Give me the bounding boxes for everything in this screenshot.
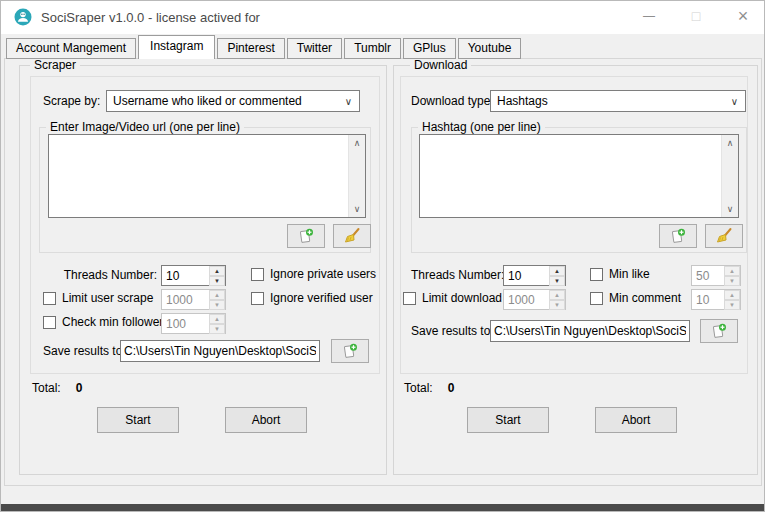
checkbox-box[interactable] xyxy=(251,292,264,305)
tab-instagram[interactable]: Instagram xyxy=(138,35,215,59)
spinner-up-icon[interactable]: ▲ xyxy=(549,266,565,276)
tab-tumblr[interactable]: Tumblr xyxy=(344,38,401,59)
image-video-url-textarea[interactable] xyxy=(49,135,348,217)
save-results-label: Save results to: xyxy=(43,344,126,358)
checkbox-box[interactable] xyxy=(43,292,56,305)
clear-urls-button[interactable] xyxy=(333,224,371,248)
total-label: Total: xyxy=(32,381,61,395)
total-value: 0 xyxy=(448,381,455,395)
tab-twitter[interactable]: Twitter xyxy=(287,38,342,59)
scraper-group-label: Scraper xyxy=(30,58,80,72)
scroll-up-icon[interactable]: ∧ xyxy=(722,138,738,148)
total-label: Total: xyxy=(404,381,433,395)
download-groupbox: Download Download type: Hashtags ∨ Hasht… xyxy=(393,65,758,475)
scroll-down-icon[interactable]: ∨ xyxy=(722,204,738,214)
browse-save-path-button[interactable] xyxy=(331,339,369,363)
limit-download-input[interactable] xyxy=(504,290,549,309)
checkbox-label: Limit download xyxy=(422,291,502,305)
threads-number-spinner[interactable]: ▲ ▼ xyxy=(161,265,226,286)
download-inner-panel: Download type: Hashtags ∨ Hashtag (one p… xyxy=(400,76,748,374)
checkbox-box[interactable] xyxy=(403,292,416,305)
download-abort-button[interactable]: Abort xyxy=(595,407,677,433)
clear-hashtags-button[interactable] xyxy=(705,224,743,248)
limit-user-scrape-spinner[interactable]: ▲ ▼ xyxy=(161,289,226,310)
spinner-up-icon[interactable]: ▲ xyxy=(724,290,740,300)
download-start-button[interactable]: Start xyxy=(467,407,549,433)
limit-download-checkbox[interactable]: Limit download xyxy=(403,291,502,305)
hashtag-groupbox: Hashtag (one per line) ∧ ∨ xyxy=(411,127,747,253)
save-path-input[interactable] xyxy=(120,340,320,362)
scrape-by-label: Scrape by: xyxy=(43,94,100,108)
tab-youtube[interactable]: Youtube xyxy=(458,38,522,59)
checkbox-box[interactable] xyxy=(590,292,603,305)
min-comment-checkbox[interactable]: Min comment xyxy=(590,291,681,305)
min-comment-input[interactable] xyxy=(692,290,724,309)
min-like-checkbox[interactable]: Min like xyxy=(590,267,650,281)
note-add-icon xyxy=(297,227,315,245)
tab-account-mangement[interactable]: Account Mangement xyxy=(6,38,136,59)
spinner-up-icon[interactable]: ▲ xyxy=(724,266,740,276)
spinner-down-icon[interactable]: ▼ xyxy=(209,324,225,334)
note-add-icon xyxy=(710,322,728,340)
checkbox-label: Check min followers xyxy=(62,315,169,329)
window-title: SociSraper v1.0.0 - license actived for xyxy=(41,1,260,34)
limit-user-scrape-input[interactable] xyxy=(162,290,209,309)
download-type-dropdown[interactable]: Hashtags ∨ xyxy=(490,90,746,112)
min-like-input[interactable] xyxy=(692,266,724,285)
min-like-spinner[interactable]: ▲ ▼ xyxy=(691,265,741,286)
spinner-up-icon[interactable]: ▲ xyxy=(549,290,565,300)
spinner-up-icon[interactable]: ▲ xyxy=(209,266,225,276)
min-followers-input[interactable] xyxy=(162,314,209,333)
ignore-verified-user-checkbox[interactable]: Ignore verified user xyxy=(251,291,373,305)
app-window: SociSraper v1.0.0 - license actived for … xyxy=(0,0,765,512)
scraper-groupbox: Scraper Scrape by: Username who liked or… xyxy=(19,65,387,475)
download-threads-input[interactable] xyxy=(504,266,549,285)
save-results-label: Save results to: xyxy=(411,324,494,338)
scrape-by-dropdown[interactable]: Username who liked or commented ∨ xyxy=(106,90,360,112)
checkbox-box[interactable] xyxy=(43,316,56,329)
tab-strip: Account Mangement Instagram Pinterest Tw… xyxy=(6,35,523,59)
checkbox-box[interactable] xyxy=(590,268,603,281)
tab-gplus[interactable]: GPlus xyxy=(403,38,456,59)
spinner-down-icon[interactable]: ▼ xyxy=(209,300,225,310)
download-total: Total: 0 xyxy=(404,381,454,395)
min-comment-spinner[interactable]: ▲ ▼ xyxy=(691,289,741,310)
scroll-up-icon[interactable]: ∧ xyxy=(349,138,365,148)
ignore-private-users-checkbox[interactable]: Ignore private users xyxy=(251,267,376,281)
add-hashtags-button[interactable] xyxy=(659,224,697,248)
download-threads-spinner[interactable]: ▲ ▼ xyxy=(503,265,566,286)
url-vertical-scrollbar[interactable]: ∧ ∨ xyxy=(348,135,365,217)
spinner-up-icon[interactable]: ▲ xyxy=(209,314,225,324)
spinner-down-icon[interactable]: ▼ xyxy=(549,300,565,310)
hashtag-group-label: Hashtag (one per line) xyxy=(418,120,545,134)
limit-download-spinner[interactable]: ▲ ▼ xyxy=(503,289,566,310)
spinner-up-icon[interactable]: ▲ xyxy=(209,290,225,300)
spinner-down-icon[interactable]: ▼ xyxy=(724,300,740,310)
scraper-start-button[interactable]: Start xyxy=(97,407,179,433)
close-button[interactable]: × xyxy=(722,1,764,33)
tab-pinterest[interactable]: Pinterest xyxy=(217,38,284,59)
add-urls-button[interactable] xyxy=(287,224,325,248)
maximize-button[interactable]: □ xyxy=(675,1,717,33)
hashtag-vertical-scrollbar[interactable]: ∧ ∨ xyxy=(721,135,738,217)
hashtag-textarea[interactable] xyxy=(420,135,721,217)
threads-number-input[interactable] xyxy=(162,266,209,285)
scraper-abort-button[interactable]: Abort xyxy=(225,407,307,433)
download-type-selected-value: Hashtags xyxy=(497,94,548,108)
scraper-total: Total: 0 xyxy=(32,381,82,395)
title-bar[interactable]: SociSraper v1.0.0 - license actived for … xyxy=(1,1,764,34)
checkbox-box[interactable] xyxy=(251,268,264,281)
broom-icon xyxy=(715,227,733,245)
download-browse-save-path-button[interactable] xyxy=(700,319,738,343)
scroll-down-icon[interactable]: ∨ xyxy=(349,204,365,214)
download-save-path-input[interactable] xyxy=(490,320,690,342)
checkbox-label: Ignore private users xyxy=(270,267,376,281)
limit-user-scrape-checkbox[interactable]: Limit user scrape xyxy=(43,291,153,305)
spinner-down-icon[interactable]: ▼ xyxy=(209,276,225,286)
spinner-down-icon[interactable]: ▼ xyxy=(724,276,740,286)
checkbox-label: Min like xyxy=(609,267,650,281)
check-min-followers-checkbox[interactable]: Check min followers xyxy=(43,315,169,329)
min-followers-spinner[interactable]: ▲ ▼ xyxy=(161,313,226,334)
minimize-button[interactable]: — xyxy=(628,1,670,33)
spinner-down-icon[interactable]: ▼ xyxy=(549,276,565,286)
